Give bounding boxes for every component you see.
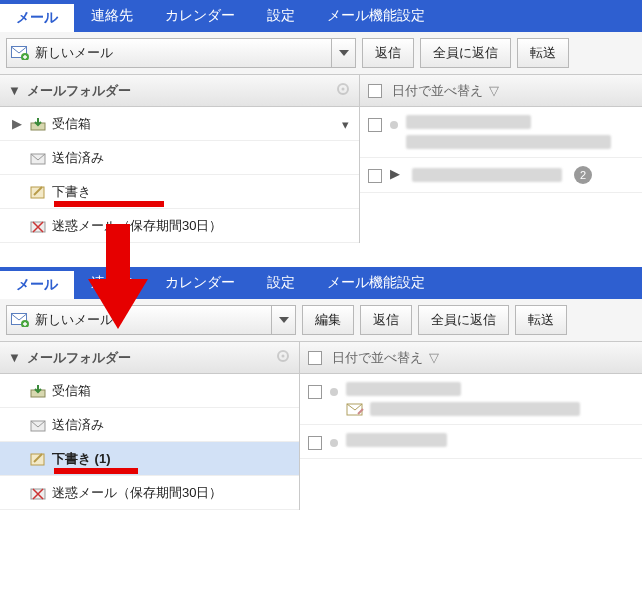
tab-settings[interactable]: 設定 — [251, 0, 311, 32]
collapse-icon: ▼ — [8, 350, 21, 365]
folder-label: 迷惑メール（保存期間30日） — [50, 217, 351, 235]
unread-dot-icon — [390, 121, 398, 129]
reply-button[interactable]: 返信 — [360, 305, 412, 335]
toolbar: 新しいメール 編集 返信 全員に返信 転送 — [0, 299, 642, 342]
gear-icon[interactable] — [275, 348, 291, 364]
row-checkbox[interactable] — [308, 436, 322, 450]
folder-inbox[interactable]: ▶ 受信箱 ▾ — [0, 107, 359, 141]
unread-dot-icon — [330, 439, 338, 447]
edit-button[interactable]: 編集 — [302, 305, 354, 335]
folder-header-label: メールフォルダー — [27, 349, 131, 367]
folder-spam[interactable]: 迷惑メール（保存期間30日） — [0, 476, 299, 510]
folder-tree: ▼ メールフォルダー 受信箱 送信済み — [0, 342, 300, 510]
subject-placeholder — [412, 168, 562, 182]
folder-label: 送信済み — [50, 416, 291, 434]
inbox-icon — [26, 384, 50, 398]
folder-header-label: メールフォルダー — [27, 82, 131, 100]
compose-caret-icon[interactable] — [331, 39, 355, 67]
tab-calendar[interactable]: カレンダー — [149, 0, 251, 32]
inbox-icon — [26, 117, 50, 131]
folder-sent[interactable]: 送信済み — [0, 141, 359, 175]
subject-placeholder — [370, 402, 580, 416]
list-item[interactable] — [360, 107, 642, 158]
folder-drafts[interactable]: 下書き (1) — [0, 442, 299, 476]
tab-bar: メール 連絡先 カレンダー 設定 メール機能設定 — [0, 0, 642, 32]
sort-label[interactable]: 日付で並べ替え — [332, 349, 423, 367]
message-list: 日付で並べ替え ▽ ▶ 2 — [360, 75, 642, 243]
tab-settings[interactable]: 設定 — [251, 267, 311, 299]
folder-header[interactable]: ▼ メールフォルダー — [0, 342, 299, 374]
select-all-checkbox[interactable] — [308, 351, 322, 365]
list-header: 日付で並べ替え ▽ — [360, 75, 642, 107]
separator-gap — [0, 243, 642, 267]
sender-placeholder — [346, 382, 461, 396]
envelope-plus-icon — [7, 313, 33, 327]
folder-label: 送信済み — [50, 149, 351, 167]
folder-drafts[interactable]: 下書き — [0, 175, 359, 209]
tab-mail-settings[interactable]: メール機能設定 — [311, 0, 441, 32]
compose-button[interactable]: 新しいメール — [6, 38, 356, 68]
sent-icon — [26, 418, 50, 432]
compose-caret-icon[interactable] — [271, 306, 295, 334]
annotation-underline — [54, 468, 138, 474]
draft-icon — [26, 452, 50, 466]
compose-button[interactable]: 新しいメール — [6, 305, 296, 335]
svg-point-3 — [342, 88, 345, 91]
row-checkbox[interactable] — [368, 118, 382, 132]
folder-header[interactable]: ▼ メールフォルダー — [0, 75, 359, 107]
reply-all-button[interactable]: 全員に返信 — [420, 38, 511, 68]
tab-contacts[interactable]: 連絡先 — [75, 0, 149, 32]
compose-label: 新しいメール — [33, 311, 271, 329]
gear-icon[interactable] — [335, 81, 351, 97]
envelope-plus-icon — [7, 46, 33, 60]
sender-placeholder — [346, 433, 447, 447]
select-all-checkbox[interactable] — [368, 84, 382, 98]
folder-label: 下書き (1) — [50, 450, 291, 468]
sort-caret-icon: ▽ — [429, 350, 439, 365]
annotation-underline — [54, 201, 164, 207]
message-list: 日付で並べ替え ▽ — [300, 342, 642, 510]
compose-label: 新しいメール — [33, 44, 331, 62]
unread-dot-icon — [330, 388, 338, 396]
tab-mail-settings[interactable]: メール機能設定 — [311, 267, 441, 299]
tab-mail[interactable]: メール — [0, 2, 75, 32]
sender-placeholder — [406, 115, 531, 129]
draft-item-icon — [346, 402, 364, 416]
folder-sent[interactable]: 送信済み — [0, 408, 299, 442]
list-item[interactable] — [300, 425, 642, 459]
chevron-down-icon[interactable]: ▾ — [342, 117, 349, 132]
svg-point-11 — [282, 355, 285, 358]
folder-label: 受信箱 — [50, 115, 351, 133]
tab-contacts[interactable]: 連絡先 — [75, 267, 149, 299]
folder-label: 下書き — [50, 183, 351, 201]
reply-all-button[interactable]: 全員に返信 — [418, 305, 509, 335]
sort-caret-icon: ▽ — [489, 83, 499, 98]
panel-before: メール 連絡先 カレンダー 設定 メール機能設定 新しいメール 返信 全員に返信… — [0, 0, 642, 243]
row-checkbox[interactable] — [368, 169, 382, 183]
collapse-icon: ▼ — [8, 83, 21, 98]
tab-calendar[interactable]: カレンダー — [149, 267, 251, 299]
draft-icon — [26, 185, 50, 199]
expand-icon: ▶ — [12, 116, 26, 131]
thread-expand-icon[interactable]: ▶ — [390, 166, 400, 181]
tab-mail[interactable]: メール — [0, 269, 75, 299]
row-checkbox[interactable] — [308, 385, 322, 399]
folder-inbox[interactable]: 受信箱 — [0, 374, 299, 408]
toolbar: 新しいメール 返信 全員に返信 転送 — [0, 32, 642, 75]
thread-count-badge: 2 — [574, 166, 592, 184]
folder-spam[interactable]: 迷惑メール（保存期間30日） — [0, 209, 359, 243]
panel-after: メール 連絡先 カレンダー 設定 メール機能設定 新しいメール 編集 返信 全員… — [0, 267, 642, 510]
spam-icon — [26, 219, 50, 233]
forward-button[interactable]: 転送 — [517, 38, 569, 68]
folder-tree: ▼ メールフォルダー ▶ 受信箱 ▾ 送信済み — [0, 75, 360, 243]
sent-icon — [26, 151, 50, 165]
folder-label: 迷惑メール（保存期間30日） — [50, 484, 291, 502]
reply-button[interactable]: 返信 — [362, 38, 414, 68]
subject-placeholder — [406, 135, 611, 149]
spam-icon — [26, 486, 50, 500]
list-item[interactable]: ▶ 2 — [360, 158, 642, 193]
list-item[interactable] — [300, 374, 642, 425]
forward-button[interactable]: 転送 — [515, 305, 567, 335]
sort-label[interactable]: 日付で並べ替え — [392, 82, 483, 100]
tab-bar: メール 連絡先 カレンダー 設定 メール機能設定 — [0, 267, 642, 299]
